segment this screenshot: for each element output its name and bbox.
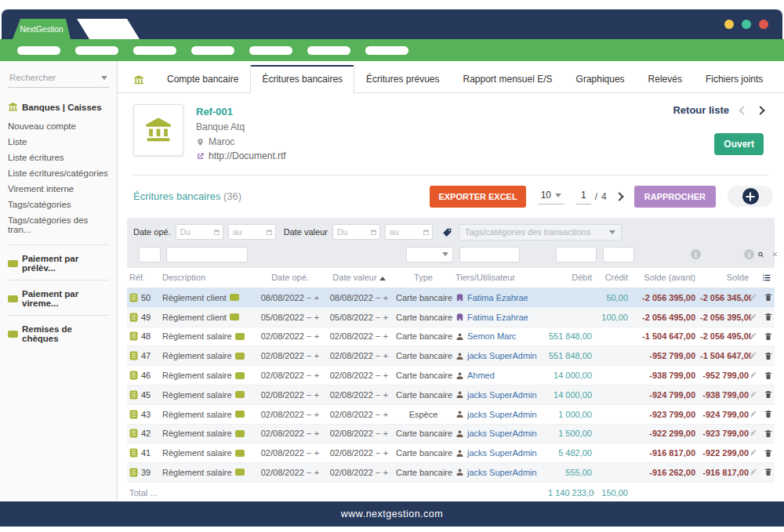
edit-button[interactable] xyxy=(751,410,757,419)
date-minus-control[interactable]: − xyxy=(307,331,312,341)
date-plus-control[interactable]: + xyxy=(314,293,320,302)
date-ope-to-input[interactable] xyxy=(233,227,266,237)
menu-pill[interactable] xyxy=(17,46,60,55)
delete-button[interactable] xyxy=(764,351,773,361)
tab-releves[interactable]: Relevés xyxy=(637,66,694,92)
sidebar-item-tags-categories[interactable]: Tags/catégories xyxy=(8,197,109,212)
page-size-select[interactable]: 10 xyxy=(538,188,564,204)
secondary-tab[interactable] xyxy=(77,19,140,39)
header-date-ope[interactable]: Date opé. xyxy=(256,273,325,282)
window-maximize-dot[interactable] xyxy=(742,20,751,29)
tiers-link[interactable]: Fatima Ezahrae xyxy=(467,293,528,302)
date-valeur-from-input[interactable] xyxy=(337,227,370,237)
date-plus-control[interactable]: + xyxy=(314,313,320,322)
delete-button[interactable] xyxy=(764,371,773,381)
delete-button[interactable] xyxy=(764,409,773,419)
edit-button[interactable] xyxy=(751,429,757,438)
sidebar-item-liste-ecritures[interactable]: Liste écritures xyxy=(8,150,109,165)
delete-button[interactable] xyxy=(764,448,773,458)
date-plus-control[interactable]: + xyxy=(383,371,389,380)
date-minus-control[interactable]: − xyxy=(307,351,312,360)
back-to-list-link[interactable]: Retour liste xyxy=(673,104,729,116)
date-plus-control[interactable]: + xyxy=(383,429,389,438)
menu-pill[interactable] xyxy=(191,46,234,55)
sidebar-item-liste-ecritures-categories[interactable]: Liste écritures/catégories xyxy=(8,165,109,181)
clear-filters-icon[interactable] xyxy=(772,250,778,259)
tiers-link[interactable]: Semon Marc xyxy=(467,331,516,341)
add-entry-button[interactable] xyxy=(728,186,773,207)
edit-button[interactable] xyxy=(751,351,757,360)
sidebar-group-remises-cheques[interactable]: Remises de chèques xyxy=(8,315,109,343)
table-row[interactable]: 41 Règlement salaire 02/08/2022−+ 02/08/… xyxy=(127,443,775,463)
date-plus-control[interactable]: + xyxy=(314,410,320,419)
tiers-link[interactable]: jacks SuperAdmin xyxy=(467,351,537,360)
date-plus-control[interactable]: + xyxy=(314,331,320,341)
date-minus-control[interactable]: − xyxy=(376,351,381,360)
date-minus-control[interactable]: − xyxy=(376,390,381,400)
date-plus-control[interactable]: + xyxy=(314,468,320,477)
date-minus-control[interactable]: − xyxy=(307,313,312,322)
next-page-icon[interactable] xyxy=(615,192,623,201)
header-date-valeur[interactable]: Date valeur xyxy=(325,273,394,282)
column-settings-icon[interactable] xyxy=(761,273,771,283)
delete-button[interactable] xyxy=(764,292,773,302)
date-plus-control[interactable]: + xyxy=(383,331,389,341)
delete-button[interactable] xyxy=(764,312,773,322)
date-plus-control[interactable]: + xyxy=(383,293,389,302)
edit-button[interactable] xyxy=(751,390,757,400)
table-row[interactable]: 46 Règlement salaire 02/08/2022−+ 02/08/… xyxy=(127,366,775,385)
edit-button[interactable] xyxy=(751,293,757,302)
header-ref[interactable]: Réf. xyxy=(127,273,160,282)
sidebar-item-virement-interne[interactable]: Virement interne xyxy=(8,181,109,197)
date-plus-control[interactable]: + xyxy=(314,429,320,438)
table-row[interactable]: 43 Règlement salaire 02/08/2022−+ 02/08/… xyxy=(127,405,775,425)
date-minus-control[interactable]: − xyxy=(376,293,381,302)
sidebar-group-paiement-virement[interactable]: Paiement par vireme... xyxy=(8,280,109,308)
tab-fichiers-joints[interactable]: Fichiers joints xyxy=(694,66,775,92)
table-row[interactable]: 42 Règlement salaire 02/08/2022−+ 02/08/… xyxy=(127,425,775,444)
date-minus-control[interactable]: − xyxy=(376,429,381,438)
date-minus-control[interactable]: − xyxy=(376,371,381,380)
sidebar-item-nouveau-compte[interactable]: Nouveau compte xyxy=(8,118,109,134)
date-plus-control[interactable]: + xyxy=(314,371,320,380)
info-icon[interactable]: i xyxy=(744,249,754,259)
header-type[interactable]: Type xyxy=(394,273,453,282)
next-record-icon[interactable] xyxy=(756,106,764,114)
delete-button[interactable] xyxy=(764,389,773,400)
date-plus-control[interactable]: + xyxy=(314,448,320,458)
date-minus-control[interactable]: − xyxy=(376,468,381,477)
header-solde[interactable]: Solde xyxy=(698,273,751,282)
window-minimize-dot[interactable] xyxy=(724,20,734,29)
delete-button[interactable] xyxy=(764,429,773,439)
tiers-link[interactable]: jacks SuperAdmin xyxy=(467,468,537,477)
edit-button[interactable] xyxy=(751,331,757,341)
filter-debit-input[interactable] xyxy=(556,247,597,262)
header-credit[interactable]: Crédit xyxy=(594,273,630,282)
tab-compte-bancaire[interactable]: Compte bancaire xyxy=(155,66,250,92)
tab-rapport-mensuel[interactable]: Rapport mensuel E/S xyxy=(451,66,564,92)
previous-record-icon[interactable] xyxy=(739,106,747,114)
date-minus-control[interactable]: − xyxy=(307,468,312,477)
date-plus-control[interactable]: + xyxy=(383,410,389,419)
status-open-button[interactable]: Ouvert xyxy=(714,133,764,155)
menu-pill[interactable] xyxy=(307,46,350,55)
tiers-link[interactable]: jacks SuperAdmin xyxy=(467,448,537,458)
search-select[interactable]: Rechercher xyxy=(8,71,109,88)
delete-button[interactable] xyxy=(764,331,773,342)
date-ope-from-input[interactable] xyxy=(180,227,213,237)
rapprocher-button[interactable]: RAPPROCHER xyxy=(634,186,716,208)
menu-pill[interactable] xyxy=(365,46,408,55)
date-plus-control[interactable]: + xyxy=(383,448,389,458)
table-row[interactable]: 47 Règlement salaire 02/08/2022−+ 02/08/… xyxy=(127,346,775,366)
date-minus-control[interactable]: − xyxy=(376,448,381,458)
current-page-input[interactable]: 1 xyxy=(576,188,591,204)
date-minus-control[interactable]: − xyxy=(376,410,381,419)
edit-button[interactable] xyxy=(751,313,757,322)
date-plus-control[interactable]: + xyxy=(383,351,389,360)
filter-credit-input[interactable] xyxy=(603,247,633,262)
date-valeur-to-input[interactable] xyxy=(390,227,423,237)
table-row[interactable]: 48 Règlement salaire 02/08/2022−+ 02/08/… xyxy=(127,328,775,347)
table-row[interactable]: 39 Règlement salaire 02/08/2022−+ 02/08/… xyxy=(127,463,775,483)
search-icon[interactable] xyxy=(757,249,764,260)
tiers-link[interactable]: jacks SuperAdmin xyxy=(467,410,537,419)
